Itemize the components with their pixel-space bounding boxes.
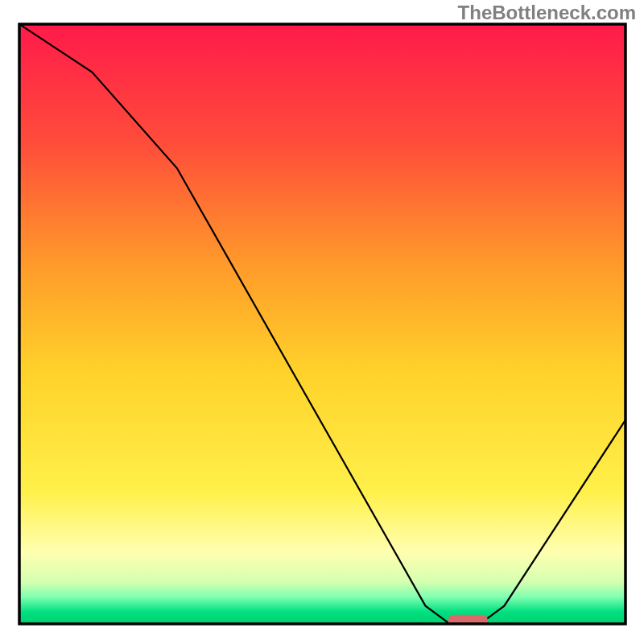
chart-container: TheBottleneck.com [0, 0, 644, 644]
gradient-background [19, 24, 625, 624]
chart-svg [0, 0, 644, 644]
